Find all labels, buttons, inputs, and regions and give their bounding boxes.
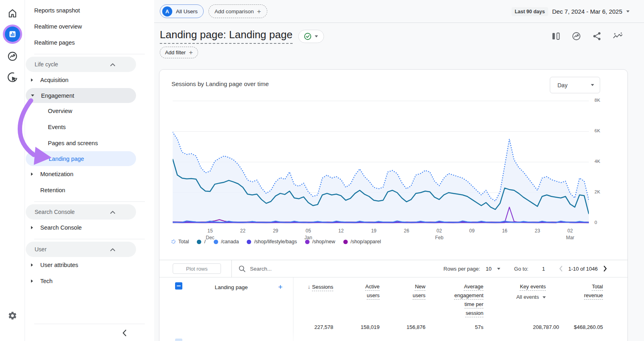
divider — [231, 260, 232, 277]
next-page-icon[interactable] — [603, 265, 607, 272]
x-tick-label: 26 — [398, 228, 415, 234]
pagination-range: 1-10 of 1046 — [568, 266, 598, 272]
section-header-user[interactable]: User — [26, 242, 136, 257]
rows-per-page-value[interactable]: 10 — [486, 266, 491, 272]
main-content: A All Users Add comparison + Last 90 day… — [154, 0, 644, 341]
sidebar-item-monetization[interactable]: Monetization — [25, 166, 154, 182]
chevron-up-icon — [110, 246, 115, 253]
caret-down-icon[interactable] — [497, 268, 500, 270]
reports-sidebar: Reports snapshot Realtime overview Realt… — [25, 0, 154, 341]
legend-label: / — [204, 239, 205, 244]
legend-item[interactable]: /shop/lifestyle/bags — [247, 239, 297, 244]
sidebar-item-realtime-pages[interactable]: Realtime pages — [25, 35, 154, 51]
table-controls: Plot rows Rows per page: 10 Go to: 1 1-1… — [159, 260, 627, 277]
sidebar-item-pages-and-screens[interactable]: Pages and screens — [25, 135, 154, 151]
plus-icon: + — [257, 8, 261, 15]
all-users-chip[interactable]: A All Users — [160, 4, 204, 18]
insights-icon[interactable] — [572, 31, 581, 41]
x-tick-label: 16 — [496, 228, 514, 234]
select-all-checkbox[interactable] — [175, 282, 182, 290]
table-row — [173, 339, 198, 341]
legend-item[interactable]: /canada — [214, 239, 239, 244]
legend-dot-icon — [305, 240, 310, 244]
sidebar-item-search-console[interactable]: Search Console — [25, 220, 154, 236]
sidebar-item-engagement[interactable]: Engagement — [26, 88, 136, 103]
sidebar-item-acquisition[interactable]: Acquisition — [25, 72, 154, 88]
caret-down-icon — [315, 35, 318, 37]
advertising-icon[interactable] — [0, 70, 25, 84]
plot-rows-button[interactable]: Plot rows — [173, 263, 221, 274]
caret-right-icon — [31, 173, 33, 176]
totals-new-users: 156,876 — [380, 324, 425, 334]
y-tick-label: 8K — [594, 98, 600, 103]
x-tick-label: 19 — [365, 228, 383, 234]
sidebar-item-retention[interactable]: Retention — [25, 182, 154, 198]
x-tick-label: 02Mar — [561, 228, 579, 242]
section-header-life-cycle[interactable]: Life cycle — [26, 57, 136, 72]
chevron-up-icon — [110, 209, 115, 215]
legend-dotted-ring-icon — [171, 240, 175, 244]
key-events-filter[interactable]: All events — [516, 293, 546, 302]
new-users-header[interactable]: New users — [380, 282, 425, 300]
sparkline-insights-icon[interactable] — [613, 31, 623, 41]
landing-page-header-cell[interactable]: Landing page + — [198, 282, 293, 292]
sidebar-item-events[interactable]: Events — [25, 119, 154, 135]
legend-item[interactable]: / — [197, 239, 205, 244]
sidebar-item-tech[interactable]: Tech — [25, 273, 154, 289]
key-events-header[interactable]: Key events All events — [483, 282, 559, 302]
legend-dot-icon — [214, 240, 218, 244]
table-header-row: Landing page + ↓Sessions Active users Ne… — [173, 277, 603, 318]
sidebar-item-user-attributes[interactable]: User attributes — [25, 257, 154, 273]
avg-engagement-header[interactable]: Average engagement time per session — [425, 282, 483, 318]
legend-item[interactable]: Total — [171, 239, 189, 244]
explore-icon[interactable] — [0, 50, 25, 63]
chevron-left-icon — [122, 329, 127, 337]
legend-item[interactable]: /shop/apparel — [343, 239, 381, 244]
caret-right-icon — [31, 263, 33, 267]
row-checkbox[interactable] — [175, 339, 182, 341]
goto-page-value[interactable]: 1 — [542, 266, 545, 272]
table-search — [238, 265, 371, 273]
sidebar-item-reports-snapshot[interactable]: Reports snapshot — [25, 2, 154, 18]
add-dimension-icon[interactable]: + — [278, 283, 283, 292]
caret-down-icon — [591, 84, 594, 86]
settings-gear-icon[interactable] — [0, 310, 25, 322]
total-revenue-header[interactable]: Total revenue — [559, 282, 603, 300]
previous-page-icon[interactable] — [559, 265, 563, 272]
report-status-dropdown[interactable] — [298, 30, 324, 43]
chart-title: Sessions by Landing page over time — [171, 80, 269, 87]
chevron-up-icon — [110, 61, 115, 68]
sidebar-item-overview[interactable]: Overview — [25, 103, 154, 119]
ab-compare-icon[interactable] — [551, 31, 561, 41]
search-input[interactable] — [250, 266, 371, 272]
sidebar-collapse-button[interactable] — [25, 325, 154, 341]
home-icon[interactable] — [0, 7, 25, 19]
totals-sessions: 227,578 — [293, 324, 333, 334]
sidebar-item-landing-page[interactable]: Landing page — [26, 151, 136, 166]
legend-label: /shop/new — [312, 239, 335, 244]
plus-icon: + — [189, 49, 193, 56]
sessions-header[interactable]: ↓Sessions — [293, 282, 333, 292]
caret-down-icon — [626, 10, 630, 12]
legend-label: /canada — [221, 239, 239, 244]
sessions-line-chart[interactable] — [173, 99, 589, 224]
date-range-picker[interactable]: Last 90 days Dec 7, 2024 - Mar 6, 2025 — [512, 0, 630, 23]
reports-icon[interactable] — [0, 24, 25, 44]
add-filter-button[interactable]: Add filter + — [160, 47, 198, 58]
legend-label: Total — [178, 239, 189, 244]
add-comparison-button[interactable]: Add comparison + — [208, 4, 267, 18]
legend-label: /shop/apparel — [351, 239, 381, 244]
section-header-search-console[interactable]: Search Console — [26, 204, 136, 220]
totals-revenue: $468,260.05 — [559, 324, 603, 334]
legend-dot-icon — [343, 240, 348, 244]
sidebar-item-realtime-overview[interactable]: Realtime overview — [25, 18, 154, 35]
legend-item[interactable]: /shop/new — [305, 239, 335, 244]
share-icon[interactable] — [592, 31, 602, 41]
active-users-header[interactable]: Active users — [333, 282, 380, 300]
page-title: Landing page: Landing page — [160, 29, 293, 44]
caret-right-icon — [31, 78, 33, 82]
granularity-dropdown[interactable]: Day — [550, 77, 600, 93]
legend-dot-icon — [247, 240, 251, 244]
x-tick-label: 23 — [528, 228, 546, 234]
y-tick-label: 4K — [594, 159, 600, 164]
